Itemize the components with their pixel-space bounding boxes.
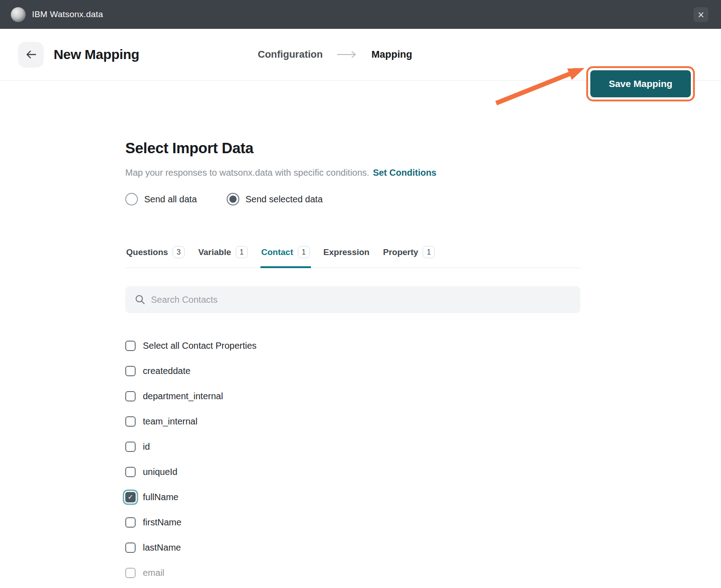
page-title: New Mapping [54,47,139,62]
tab-bar: Questions 3 Variable 1 Contact 1 Express… [125,244,580,268]
tab-property[interactable]: Property 1 [382,244,436,268]
save-mapping-area: Save Mapping [590,70,691,97]
radio-send-all-data[interactable]: Send all data [125,193,197,205]
page-header: New Mapping Configuration Mapping Save M… [0,29,721,81]
checkbox-label: fullName [143,492,178,502]
tab-label: Variable [198,247,231,257]
radio-send-selected-data[interactable]: Send selected data [227,193,323,205]
checkbox-label: team_internal [143,416,197,427]
back-arrow-icon [25,50,37,59]
topbar: IBM Watsonx.data × [0,0,721,29]
back-button[interactable] [18,42,44,68]
breadcrumb-step-mapping[interactable]: Mapping [371,49,412,60]
section-subtitle: Map your responses to watsonx.data with … [125,168,580,178]
subtitle-text: Map your responses to watsonx.data with … [125,168,369,178]
checkbox-label: lastName [143,542,181,553]
tab-label: Contact [261,247,293,257]
main-content: Select Import Data Map your responses to… [125,140,580,585]
topbar-left: IBM Watsonx.data [11,7,103,22]
close-icon: × [698,9,705,19]
checkbox-icon [125,391,136,401]
tab-variable[interactable]: Variable 1 [197,244,249,268]
checkbox-row-email[interactable]: email [125,560,580,585]
tab-label: Questions [126,247,168,257]
checkbox-row-firstname[interactable]: firstName [125,510,580,535]
save-mapping-button[interactable]: Save Mapping [590,70,691,97]
checkbox-label: createddate [143,366,191,376]
checkbox-label: uniqueId [143,467,178,477]
checkbox-checked-icon [125,492,136,502]
contact-properties-list: Select all Contact Properties createddat… [125,333,580,585]
checkbox-row-uniqueid[interactable]: uniqueId [125,459,580,484]
tab-badge: 1 [423,246,435,258]
checkbox-row-createddate[interactable]: createddate [125,358,580,383]
tab-badge: 3 [173,246,185,258]
app-window: IBM Watsonx.data × New Mapping Configura… [0,0,721,588]
watsonx-logo-icon [11,7,26,22]
breadcrumb-step-configuration[interactable]: Configuration [258,49,323,60]
checkbox-row-team-internal[interactable]: team_internal [125,409,580,434]
checkbox-icon [125,542,136,553]
checkbox-icon [125,467,136,477]
tab-label: Property [383,247,418,257]
radio-selected-icon [227,193,239,205]
radio-label: Send all data [144,194,197,205]
tab-questions[interactable]: Questions 3 [125,244,186,268]
tab-contact[interactable]: Contact 1 [260,244,311,268]
checkbox-row-lastname[interactable]: lastName [125,535,580,560]
checkbox-label: firstName [143,517,182,528]
checkbox-label: email [143,568,164,578]
checkbox-label: department_internal [143,391,223,401]
radio-unselected-icon [125,193,138,205]
header-left: New Mapping [18,42,139,68]
radio-label: Send selected data [246,194,323,205]
tab-badge: 1 [236,246,248,258]
checkbox-label: id [143,442,150,452]
checkbox-icon [125,341,136,351]
tab-badge: 1 [298,246,310,258]
checkbox-label: Select all Contact Properties [143,341,256,351]
checkbox-row-id[interactable]: id [125,434,580,459]
close-button[interactable]: × [694,7,708,22]
checkbox-row-department-internal[interactable]: department_internal [125,383,580,409]
breadcrumb-arrow-icon [337,50,357,59]
search-box [125,286,580,313]
checkbox-icon [125,568,136,578]
breadcrumb: Configuration Mapping [258,29,412,80]
tab-expression[interactable]: Expression [323,244,370,268]
checkbox-icon [125,442,136,452]
checkbox-icon [125,517,136,528]
checkbox-row-fullname[interactable]: fullName [125,484,580,510]
tab-label: Expression [324,247,370,257]
checkbox-row-select-all[interactable]: Select all Contact Properties [125,333,580,358]
checkbox-icon [125,416,136,427]
data-mode-radio-group: Send all data Send selected data [125,193,580,205]
set-conditions-link[interactable]: Set Conditions [373,168,436,178]
checkbox-icon [125,366,136,376]
section-heading: Select Import Data [125,140,580,157]
app-title: IBM Watsonx.data [32,9,103,19]
search-input[interactable] [151,295,570,305]
search-icon [135,295,145,305]
